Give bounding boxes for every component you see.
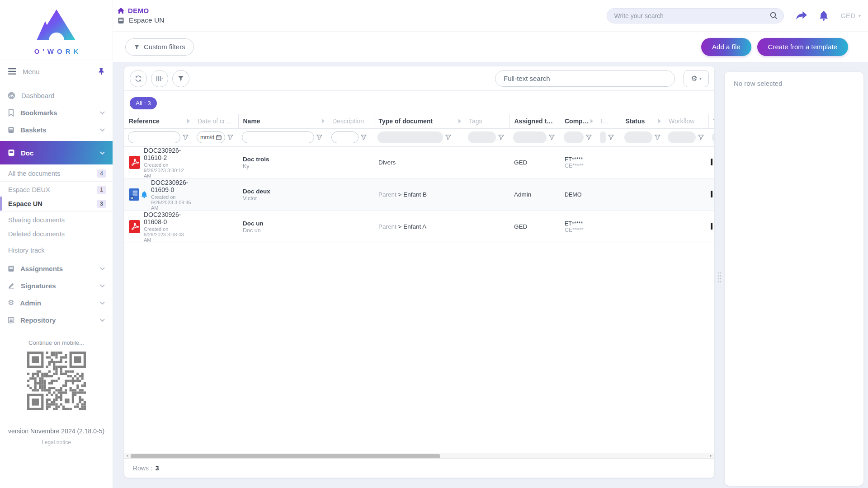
sidebar-item-baskets[interactable]: Baskets bbox=[0, 121, 113, 138]
user-menu[interactable]: GED ▾ bbox=[840, 12, 861, 19]
sidebar: O'WORK Menu Dashboard bbox=[0, 0, 113, 488]
sidebar-item-admin[interactable]: ⚙ Admin bbox=[0, 294, 113, 311]
filter-icon[interactable] bbox=[698, 135, 704, 140]
sidebar-subitem-history-track[interactable]: History track bbox=[0, 243, 113, 257]
sidebar-subitem-espace-un[interactable]: Espace UN 3 bbox=[0, 197, 113, 211]
columns-button[interactable] bbox=[151, 70, 168, 87]
scroll-right-arrow[interactable]: ▸ bbox=[708, 453, 714, 458]
filter-input-date[interactable]: mm/d bbox=[197, 131, 225, 143]
sidebar-subitem-sharing-documents[interactable]: Sharing documents bbox=[0, 213, 113, 227]
col-header-status[interactable]: Status bbox=[621, 114, 664, 128]
filter-icon[interactable] bbox=[445, 135, 451, 140]
sidebar-subitem-all-documents[interactable]: All the documents 4 bbox=[0, 166, 113, 180]
refresh-button[interactable] bbox=[130, 70, 147, 87]
add-file-button[interactable]: Add a file bbox=[701, 38, 751, 56]
filter-select-tags[interactable] bbox=[468, 131, 496, 143]
filter-select-comp[interactable] bbox=[564, 131, 584, 143]
app-logo: O'WORK bbox=[0, 0, 113, 60]
divider bbox=[0, 242, 113, 242]
panel-resize-handle[interactable] bbox=[714, 66, 725, 488]
menu-toggle[interactable]: Menu bbox=[0, 60, 113, 83]
filter-icon[interactable] bbox=[498, 135, 504, 140]
sidebar-item-bookmarks[interactable]: Bookmarks bbox=[0, 104, 113, 121]
table-row[interactable]: DOC230926-01610-2 Created on 9/26/2023 3… bbox=[124, 146, 714, 178]
create-from-template-button[interactable]: Create from a template bbox=[757, 38, 848, 56]
sidebar-item-doc[interactable]: Doc bbox=[0, 141, 113, 164]
legal-notice-link[interactable]: Legal notice bbox=[42, 439, 71, 446]
pdf-file-icon bbox=[129, 156, 140, 169]
pin-icon[interactable] bbox=[98, 68, 104, 75]
breadcrumb[interactable]: DEMO bbox=[118, 7, 164, 14]
home-icon bbox=[118, 8, 124, 14]
filter-icon[interactable] bbox=[227, 135, 233, 140]
col-header-assigned-to[interactable]: Assigned t… bbox=[509, 114, 560, 128]
no-row-selected-message: No row selected bbox=[734, 80, 783, 87]
alert-bell-icon bbox=[141, 191, 147, 198]
fulltext-search[interactable] bbox=[495, 70, 675, 87]
sidebar-subitem-espace-deux[interactable]: Espace DEUX 1 bbox=[0, 183, 113, 197]
sort-chevron-icon[interactable] bbox=[458, 119, 461, 123]
filter-icon[interactable] bbox=[608, 135, 614, 140]
filter-icon[interactable] bbox=[549, 135, 555, 140]
filter-select-assigned[interactable] bbox=[513, 131, 547, 143]
filter-select-i[interactable] bbox=[600, 131, 606, 143]
main-area: DEMO Espace UN bbox=[113, 0, 868, 488]
sidebar-item-assignments[interactable]: Assignments bbox=[0, 260, 113, 277]
calendar-icon[interactable] bbox=[216, 135, 222, 140]
sort-chevron-icon[interactable] bbox=[658, 119, 661, 123]
col-header-name[interactable]: Name bbox=[238, 114, 328, 128]
notifications-icon[interactable] bbox=[819, 11, 828, 21]
search-icon[interactable] bbox=[770, 12, 778, 19]
table-row[interactable]: w DOC230926-01609-0 bbox=[124, 178, 714, 211]
col-header-i[interactable]: I… bbox=[596, 114, 621, 128]
filter-icon[interactable] bbox=[361, 135, 367, 140]
filter-icon[interactable] bbox=[655, 135, 660, 140]
table-header-row: Reference Date of cr… Name Description T… bbox=[124, 114, 714, 128]
tab-all-documents[interactable]: All : 3 bbox=[130, 97, 157, 109]
fulltext-search-input[interactable] bbox=[503, 74, 667, 83]
filter-select-type[interactable] bbox=[377, 131, 443, 143]
app-window: O'WORK Menu Dashboard bbox=[0, 0, 868, 488]
sort-chevron-icon[interactable] bbox=[322, 119, 325, 123]
filter-select-workflow[interactable] bbox=[668, 131, 696, 143]
sidebar-subitem-deleted-documents[interactable]: Deleted documents bbox=[0, 227, 113, 241]
rows-count: 3 bbox=[156, 465, 159, 472]
scrollbar-thumb[interactable] bbox=[131, 454, 440, 458]
share-icon[interactable] bbox=[796, 11, 807, 20]
sidebar-item-dashboard[interactable]: Dashboard bbox=[0, 87, 113, 104]
truncated-cell-content bbox=[711, 159, 712, 165]
sidebar-item-signatures[interactable]: Signatures bbox=[0, 277, 113, 294]
sort-chevron-icon[interactable] bbox=[187, 119, 190, 123]
grid-settings-button[interactable]: ⚙ ▾ bbox=[684, 70, 709, 87]
caret-down-icon: ▾ bbox=[699, 76, 702, 81]
global-search[interactable] bbox=[607, 8, 784, 23]
filter-icon[interactable] bbox=[316, 135, 322, 140]
table-row[interactable]: DOC230926-01608-0 Created on 9/26/2023 3… bbox=[124, 211, 714, 243]
mobile-hint: Continue on mobile... bbox=[28, 339, 84, 346]
horizontal-scrollbar[interactable]: ◂ ▸ bbox=[124, 453, 714, 459]
filter-input-name[interactable] bbox=[242, 131, 314, 143]
custom-filters-button[interactable]: Custom filters bbox=[125, 38, 194, 56]
global-search-input[interactable] bbox=[613, 12, 770, 20]
col-header-date-of-creation[interactable]: Date of cr… bbox=[193, 114, 238, 128]
sidebar-item-repository[interactable]: Repository bbox=[0, 311, 113, 328]
filter-button[interactable] bbox=[172, 70, 189, 87]
col-header-tags[interactable]: Tags bbox=[464, 114, 509, 128]
count-badge: 4 bbox=[97, 169, 106, 178]
col-header-y[interactable]: Y… bbox=[708, 114, 714, 128]
filter-input-reference[interactable] bbox=[128, 131, 180, 143]
col-header-workflow[interactable]: Workflow bbox=[664, 114, 708, 128]
col-header-description[interactable]: Description bbox=[328, 114, 374, 128]
filter-select-status[interactable] bbox=[624, 131, 652, 143]
action-buttons: Add a file Create from a template bbox=[701, 38, 848, 56]
scroll-left-arrow[interactable]: ◂ bbox=[124, 453, 130, 458]
sort-chevron-icon[interactable] bbox=[590, 119, 593, 123]
filter-icon[interactable] bbox=[586, 135, 592, 140]
col-header-comp[interactable]: Comp… bbox=[560, 114, 596, 128]
col-header-reference[interactable]: Reference bbox=[124, 114, 193, 128]
filter-icon[interactable] bbox=[183, 135, 189, 140]
pdf-file-icon bbox=[129, 220, 140, 233]
col-header-type[interactable]: Type of document bbox=[374, 114, 464, 128]
filter-input-description[interactable] bbox=[331, 131, 359, 143]
caret-down-icon: ▾ bbox=[859, 13, 861, 18]
